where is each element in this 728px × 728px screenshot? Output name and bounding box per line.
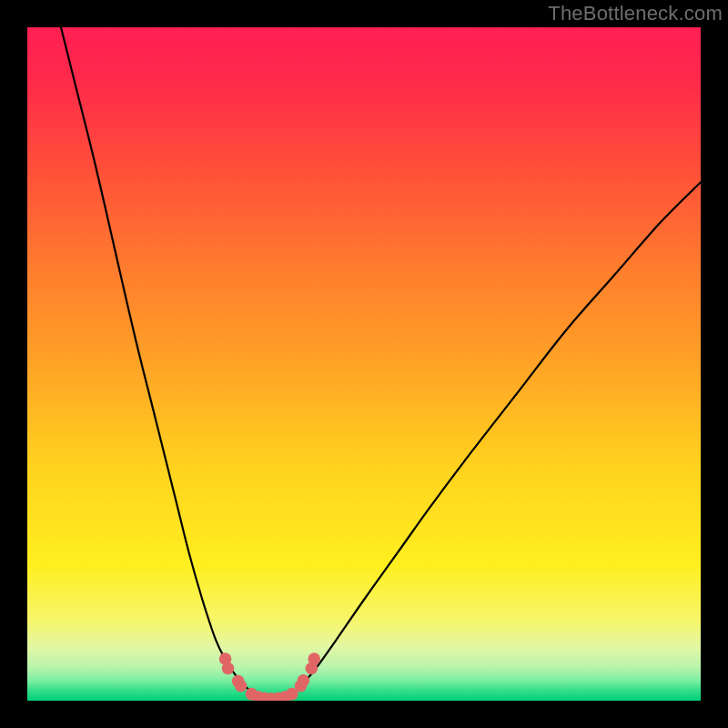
valley-dot [298, 674, 310, 687]
chart-frame: TheBottleneck.com [0, 0, 728, 728]
watermark-label: TheBottleneck.com [548, 2, 723, 25]
plot-area [27, 27, 701, 701]
valley-dot [235, 680, 248, 693]
valley-dot [308, 652, 320, 665]
valley-dot [222, 662, 235, 675]
chart-svg [27, 27, 701, 701]
